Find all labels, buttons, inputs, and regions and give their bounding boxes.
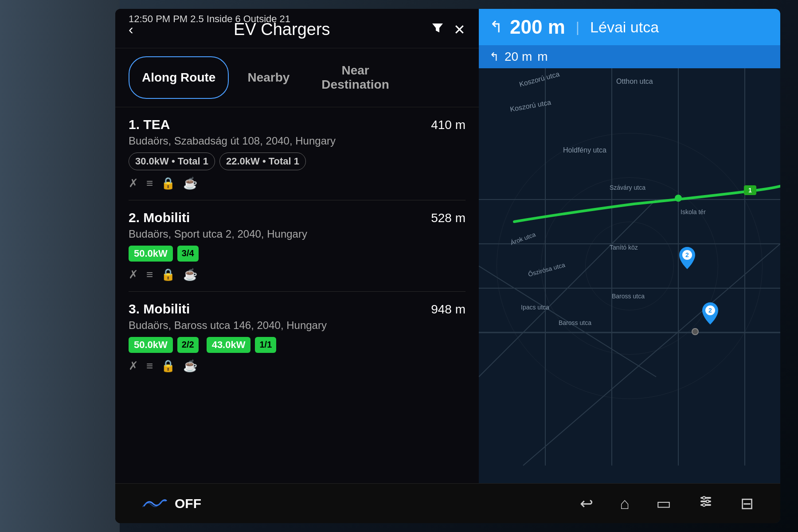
tab-bar: Along Route Nearby NearDestination — [115, 48, 479, 107]
content-area: ‹ EV Chargers ✕ Along Route Nearby NearD… — [115, 9, 780, 523]
charger-3-address: Budaörs, Baross utca 146, 2040, Hungary — [129, 319, 466, 332]
nav-secondary-distance: 20 m — [505, 50, 532, 64]
outside-label: Outside — [243, 13, 277, 25]
tab-near-destination[interactable]: NearDestination — [308, 56, 402, 99]
map-pin-2: 2 — [700, 301, 720, 327]
close-button[interactable]: ✕ — [454, 21, 466, 38]
charger-3-amenities: ✗ ≡ 🔒 ☕ — [129, 359, 466, 373]
home-nav-icon[interactable]: ⌂ — [620, 494, 630, 513]
amenity-lock-icon-2: 🔒 — [161, 268, 175, 282]
svg-point-23 — [703, 497, 705, 499]
charger-3-badge-2: 43.0kW — [207, 337, 251, 353]
nav-banner-main: ↰ 200 m | Lévai utca — [479, 9, 780, 45]
amenity-lock-icon: 🔒 — [161, 176, 175, 190]
inside-label: Inside — [207, 13, 233, 25]
status-bar: 12:50 PM PM 2.5 Inside 6 Outside 21 — [129, 13, 290, 25]
nav-arrow-main: ↰ — [489, 18, 503, 36]
settings-nav-icon[interactable] — [698, 493, 714, 513]
amenity-menu-icon: ≡ — [146, 176, 153, 190]
nav-secondary-unit: m — [537, 50, 548, 64]
charger-2-distance: 528 m — [431, 211, 466, 225]
bottom-bar: OFF ↩ ⌂ ▭ ⊟ — [115, 483, 780, 523]
time-display: 12:50 PM — [129, 13, 170, 25]
charger-1-header: 1. TEA 410 m — [129, 117, 466, 132]
svg-point-25 — [703, 504, 705, 506]
svg-line-11 — [523, 244, 780, 466]
charger-3-badge-1: 50.0kW — [129, 337, 173, 353]
back-nav-icon[interactable]: ↩ — [580, 494, 593, 513]
map-pin-1: 2 — [677, 246, 697, 272]
nav-main-street: Lévai utca — [590, 19, 659, 36]
charger-list: 1. TEA 410 m Budaörs, Szabadság út 108, … — [115, 107, 479, 523]
map-label-baross1: Baross utca — [612, 293, 645, 300]
map-dot — [692, 328, 699, 335]
svg-point-24 — [706, 500, 709, 503]
amenity-coffee-icon-3: ☕ — [183, 359, 197, 373]
svg-text:2: 2 — [685, 251, 689, 258]
charger-1-name: 1. TEA — [129, 117, 170, 132]
map-label-ipacs: Ipacs utca — [521, 304, 549, 311]
charger-1-distance: 410 m — [431, 118, 466, 132]
car-interior-left — [0, 0, 120, 532]
bottom-navigation: ↩ ⌂ ▭ ⊟ — [580, 493, 754, 513]
charger-2-badge-1: 50.0kW — [129, 246, 173, 262]
charger-2-address: Budaörs, Sport utca 2, 2040, Hungary — [129, 228, 466, 240]
map-label-tanito: Tanító köz — [610, 244, 638, 251]
charger-2-name: 2. Mobiliti — [129, 210, 190, 225]
charger-3-header: 3. Mobiliti 948 m — [129, 301, 466, 317]
charger-item-1[interactable]: 1. TEA 410 m Budaörs, Szabadság út 108, … — [129, 107, 466, 200]
charger-2-available: 3/4 — [177, 246, 199, 262]
charger-3-distance: 948 m — [431, 302, 466, 317]
pm25-label: PM — [173, 13, 188, 25]
charger-1-badges: 30.0kW • Total 1 22.0kW • Total 1 — [129, 153, 466, 170]
charger-2-header: 2. Mobiliti 528 m — [129, 210, 466, 225]
charger-2-amenities: ✗ ≡ 🔒 ☕ — [129, 268, 466, 282]
navigation-banner: ↰ 200 m | Lévai utca ↰ 20 m m — [479, 9, 780, 68]
charger-item-3[interactable]: 3. Mobiliti 948 m Budaörs, Baross utca 1… — [129, 292, 466, 383]
charger-2-badges: 50.0kW 3/4 — [129, 246, 466, 262]
svg-point-13 — [675, 195, 682, 202]
inside-value: 6 — [235, 13, 240, 25]
outside-value: 21 — [280, 13, 290, 25]
svg-text:2: 2 — [708, 307, 712, 314]
nav-banner-secondary: ↰ 20 m m — [479, 45, 780, 68]
charger-1-amenities: ✗ ≡ 🔒 ☕ — [129, 176, 466, 190]
main-screen: 12:50 PM PM 2.5 Inside 6 Outside 21 ‹ EV… — [115, 9, 780, 523]
map-area: ↰ 200 m | Lévai utca ↰ 20 m m — [479, 9, 780, 523]
amenity-coffee-icon: ☕ — [183, 176, 197, 190]
amenity-coffee-icon-2: ☕ — [183, 268, 197, 282]
pm25-value: 2.5 — [190, 13, 204, 25]
charger-3-available-1: 2/2 — [177, 337, 199, 353]
amenity-lock-icon-3: 🔒 — [161, 359, 175, 373]
charger-item-2[interactable]: 2. Mobiliti 528 m Budaörs, Sport utca 2,… — [129, 200, 466, 292]
map-label-savany: Száváry utca — [610, 184, 645, 191]
map-label-baross2: Baross utca — [559, 319, 591, 326]
bottom-left: OFF — [142, 496, 201, 511]
amenity-restaurant-icon-3: ✗ — [129, 359, 138, 373]
brand-logo-icon — [142, 497, 168, 510]
nav-arrow-secondary: ↰ — [489, 50, 499, 64]
map-label-holdfeny: Holdfény utca — [563, 146, 606, 154]
amenity-menu-icon-2: ≡ — [146, 268, 153, 282]
filter-button[interactable] — [430, 21, 445, 38]
split-nav-icon[interactable]: ⊟ — [740, 494, 754, 513]
amenity-menu-icon-3: ≡ — [146, 359, 153, 373]
nav-main-distance: 200 m — [510, 16, 565, 38]
charger-1-badge-2: 22.0kW • Total 1 — [219, 153, 306, 170]
svg-marker-1 — [432, 23, 443, 32]
charger-1-badge-1: 30.0kW • Total 1 — [129, 153, 215, 170]
amenity-restaurant-icon: ✗ — [129, 176, 138, 190]
tab-nearby[interactable]: Nearby — [234, 56, 303, 99]
amenity-restaurant-icon-2: ✗ — [129, 268, 138, 282]
charger-3-badges: 50.0kW 2/2 43.0kW 1/1 — [129, 337, 466, 353]
square-nav-icon[interactable]: ▭ — [656, 494, 671, 513]
tab-along-route[interactable]: Along Route — [129, 56, 229, 99]
map-label-iskola: Iskola tér — [681, 208, 706, 215]
left-panel: ‹ EV Chargers ✕ Along Route Nearby NearD… — [115, 9, 479, 523]
nav-separator: | — [576, 19, 579, 35]
brand-off-label: OFF — [175, 496, 201, 511]
svg-text:1: 1 — [748, 187, 752, 194]
map-label-otthon: Otthon utca — [616, 78, 653, 86]
charger-3-name: 3. Mobiliti — [129, 301, 190, 317]
charger-3-available-2: 1/1 — [255, 337, 276, 353]
